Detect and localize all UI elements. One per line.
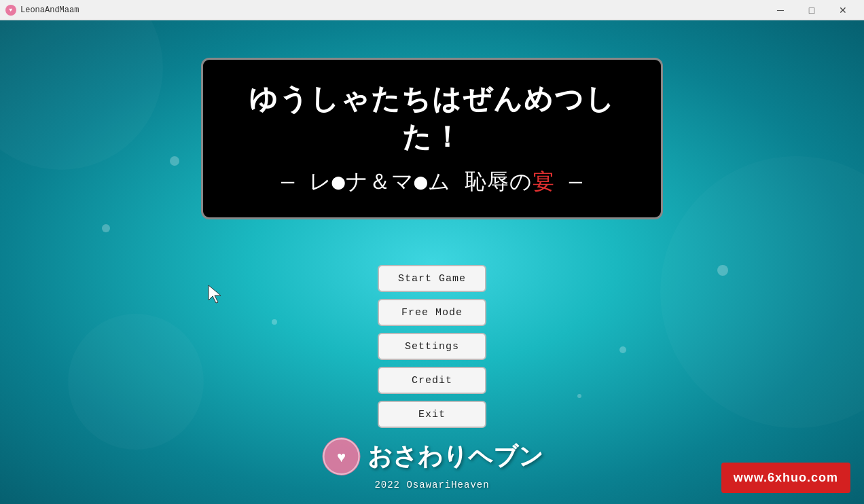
logo-text-jp: おさわりヘブン [367,440,543,473]
particle-1 [102,224,110,232]
title-line2-prefix: ― レ●ナ＆マ●ム 恥辱の [281,168,533,194]
exit-button[interactable]: Exit [378,401,486,428]
light-blob-2 [660,156,864,428]
credit-button[interactable]: Credit [378,367,486,394]
title-line2-suffix: ― [555,168,583,194]
svg-marker-0 [209,285,221,303]
maximize-button[interactable]: □ [796,0,827,20]
close-button[interactable]: ✕ [827,0,859,20]
light-blob-3 [68,314,204,450]
game-area: ゆうしゃたちはぜんめつした！ ― レ●ナ＆マ●ム 恥辱の宴 ― Start Ga… [0,20,864,504]
title-line2-highlight: 宴 [533,168,555,194]
title-line1: ゆうしゃたちはぜんめつした！ [230,80,634,156]
cursor [207,284,223,308]
title-box: ゆうしゃたちはぜんめつした！ ― レ●ナ＆マ●ム 恥辱の宴 ― [201,58,663,219]
light-blob-1 [0,20,163,170]
minimize-button[interactable]: ─ [765,0,796,20]
main-menu: Start Game Free Mode Settings Credit Exi… [378,265,486,428]
title-line2: ― レ●ナ＆マ●ム 恥辱の宴 ― [281,168,583,194]
start-game-button[interactable]: Start Game [378,265,486,292]
logo-studio: OsawariHeaven [406,480,489,490]
titlebar-title: LeonaAndMaam [20,5,765,15]
particle-6 [577,394,581,398]
particle-2 [272,319,277,325]
svg-text:♥: ♥ [337,450,346,467]
free-mode-button[interactable]: Free Mode [378,299,486,326]
footer-area: ♥ おさわりヘブン 2022 OsawariHeaven [321,436,543,490]
particle-4 [619,346,626,353]
app-icon: ♥ [5,5,16,16]
logo-year: 2022 [374,480,400,490]
titlebar-controls: ─ □ ✕ [765,0,859,20]
particle-5 [170,156,179,166]
watermark: www.6xhuo.com [721,463,850,493]
logo-graphic: ♥ おさわりヘブン [321,436,543,477]
settings-button[interactable]: Settings [378,333,486,360]
titlebar: ♥ LeonaAndMaam ─ □ ✕ [0,0,864,20]
logo-icon: ♥ [321,436,362,477]
logo-text-en: 2022 OsawariHeaven [374,480,489,490]
particle-3 [717,265,728,276]
